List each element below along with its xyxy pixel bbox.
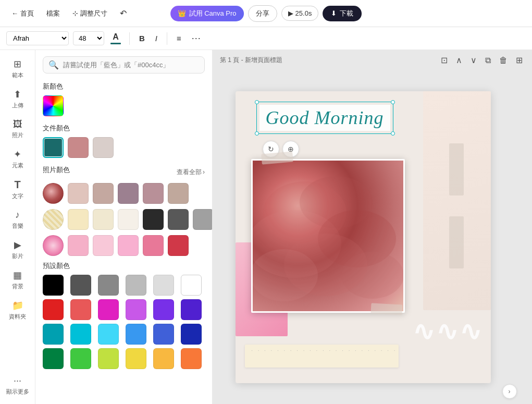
templates-icon: ⊞ — [14, 58, 21, 70]
preset-indigo[interactable] — [153, 324, 174, 345]
photo-color-3-2[interactable] — [93, 235, 114, 256]
preset-black[interactable] — [43, 275, 64, 296]
bold-button[interactable]: B — [136, 32, 148, 45]
download-button[interactable]: ⬇ 下載 — [323, 6, 362, 21]
sidebar-item-text[interactable]: T 文字 — [3, 175, 33, 204]
preset-cyan[interactable] — [70, 324, 91, 345]
font-size-select[interactable]: 48 — [73, 31, 104, 45]
canva-pro-button[interactable]: 👑 試用 Canva Pro — [170, 6, 244, 21]
folder-icon: 📁 — [12, 300, 23, 311]
sidebar-item-elements[interactable]: ✦ 元素 — [3, 144, 33, 174]
photo-color-1-4[interactable] — [143, 183, 164, 204]
svg-point-6 — [341, 252, 404, 299]
rose-svg — [253, 161, 405, 313]
photo-color-2-1[interactable] — [68, 209, 89, 230]
sidebar-item-background[interactable]: ▦ 背景 — [3, 265, 33, 295]
preset-white[interactable] — [181, 275, 202, 296]
share-button[interactable]: 分享 — [248, 5, 277, 22]
sidebar-item-folder[interactable]: 📁 資料夾 — [3, 296, 33, 325]
photo-color-3-3[interactable] — [118, 235, 139, 256]
resize-icon: ⊹ — [72, 9, 78, 17]
sidebar-item-music[interactable]: ♪ 音樂 — [3, 205, 33, 234]
preset-lighter-gray[interactable] — [153, 275, 174, 296]
video-label: 影片 — [12, 252, 23, 260]
photo-row-2 — [43, 209, 205, 230]
canvas-text[interactable]: Good Morning — [259, 105, 390, 131]
photo-color-1-5[interactable] — [168, 183, 189, 204]
photo-color-1-2[interactable] — [93, 183, 114, 204]
canvas-card[interactable]: Good Morning ↻ ⊕ — [236, 91, 491, 383]
photo-color-2-4[interactable] — [143, 209, 164, 230]
more-options-button[interactable]: ··· — [189, 31, 204, 46]
home-label: 首頁 — [20, 9, 34, 18]
file-button[interactable]: 檔案 — [41, 6, 65, 21]
preset-sky[interactable] — [98, 324, 119, 345]
font-color-button[interactable]: A — [108, 30, 123, 46]
preset-mid-gray[interactable] — [98, 275, 119, 296]
preset-dark-gray[interactable] — [70, 275, 91, 296]
preset-navy[interactable] — [181, 324, 202, 345]
photo-color-1-1[interactable] — [68, 183, 89, 204]
photo-color-2-2[interactable] — [93, 209, 114, 230]
folder-label: 資料夾 — [9, 313, 26, 321]
sidebar-item-more[interactable]: ··· 顯示更多 — [3, 371, 33, 400]
preset-violet[interactable] — [126, 299, 146, 320]
preset-orange[interactable] — [153, 348, 174, 369]
align-button[interactable]: ≡ — [174, 32, 184, 45]
up-button[interactable]: ∧ — [454, 54, 464, 66]
down-button[interactable]: ∨ — [468, 54, 479, 66]
preset-yellow-green[interactable] — [98, 348, 119, 369]
rose-photo-container[interactable] — [251, 159, 405, 313]
preset-yellow[interactable] — [126, 348, 146, 369]
photo-color-1-3[interactable] — [118, 183, 139, 204]
sidebar-item-upload[interactable]: ⬆ 上傳 — [3, 84, 33, 114]
preset-green[interactable] — [70, 348, 91, 369]
see-all-button[interactable]: 查看全部 › — [177, 168, 205, 177]
frame-button[interactable]: ⊡ — [439, 54, 450, 66]
download-label: 下載 — [340, 9, 353, 18]
preset-red[interactable] — [43, 299, 64, 320]
photo-thumb-1[interactable] — [43, 183, 64, 204]
deco-right-panel — [423, 91, 491, 310]
doc-color-3[interactable] — [93, 137, 114, 158]
undo-button[interactable]: ↶ — [115, 5, 132, 21]
italic-button[interactable]: I — [152, 32, 160, 45]
color-search-input[interactable] — [63, 61, 199, 69]
color-search-bar[interactable]: 🔍 — [43, 56, 205, 74]
sidebar-item-video[interactable]: ▶ 影片 — [3, 235, 33, 264]
photo-color-3-1[interactable] — [68, 235, 89, 256]
delete-page-button[interactable]: 🗑 — [497, 55, 510, 66]
right-panel-toggle[interactable]: › — [502, 384, 517, 399]
canvas-wrapper[interactable]: Good Morning ↻ ⊕ — [213, 70, 532, 404]
doc-color-1[interactable] — [43, 137, 64, 158]
photo-color-2-3[interactable] — [118, 209, 139, 230]
doc-color-2[interactable] — [68, 137, 89, 158]
preset-purple[interactable] — [153, 299, 174, 320]
photo-color-2-5[interactable] — [168, 209, 189, 230]
photo-color-3-4[interactable] — [143, 235, 164, 256]
preset-light-gray[interactable] — [126, 275, 146, 296]
back-button[interactable]: ← 首頁 — [6, 6, 39, 21]
font-family-select[interactable]: Afrah — [6, 31, 69, 45]
photo-thumb-2[interactable] — [43, 209, 64, 230]
preset-dark-orange[interactable] — [181, 348, 202, 369]
expand-button[interactable]: ⊞ — [514, 54, 525, 66]
preset-blue[interactable] — [126, 324, 146, 345]
sidebar-item-photos[interactable]: 🖼 照片 — [3, 115, 33, 143]
preset-coral[interactable] — [70, 299, 91, 320]
copy-page-button[interactable]: ⧉ — [483, 55, 493, 66]
photo-color-title: 照片顏色 — [43, 165, 70, 175]
photo-color-3-5[interactable] — [168, 235, 189, 256]
photo-thumb-3[interactable] — [43, 235, 64, 256]
preset-teal[interactable] — [43, 324, 64, 345]
photo-color-2-6[interactable] — [193, 209, 213, 230]
preset-dark-purple[interactable] — [181, 299, 202, 320]
resize-button[interactable]: ⊹ 調整尺寸 — [67, 6, 113, 21]
rainbow-color-swatch[interactable] — [43, 95, 64, 116]
timer-button[interactable]: ▶ 25.0s — [281, 6, 319, 21]
preset-dark-green[interactable] — [43, 348, 64, 369]
more-sidebar-icon: ··· — [14, 375, 21, 386]
sidebar-item-templates[interactable]: ⊞ 範本 — [3, 54, 33, 83]
preset-magenta[interactable] — [98, 299, 119, 320]
search-icon: 🔍 — [48, 60, 59, 70]
